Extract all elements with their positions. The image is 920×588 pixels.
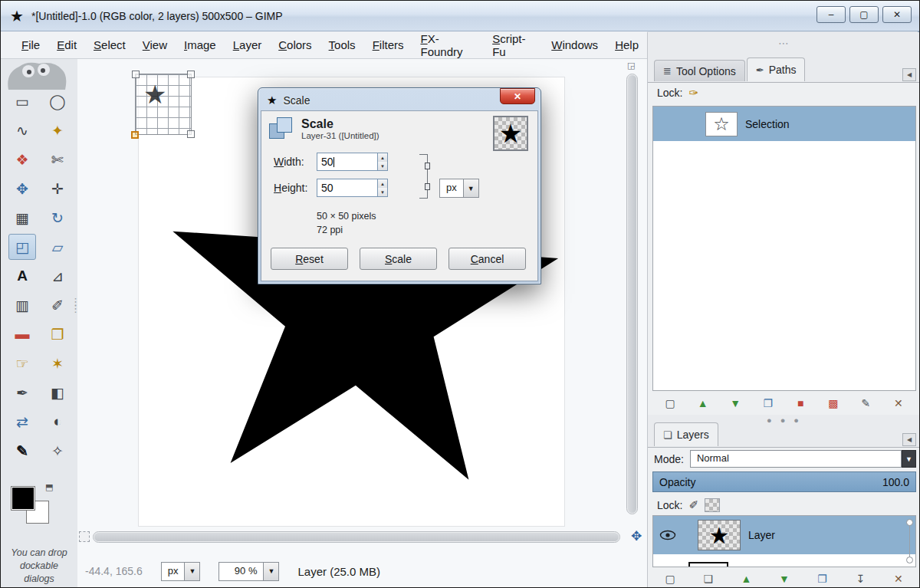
zoom-follow-window-icon[interactable]: ◲ bbox=[627, 61, 635, 71]
scale-preview-grid[interactable]: ★ bbox=[135, 74, 192, 135]
tool-smudge[interactable]: ☞ bbox=[8, 350, 36, 376]
scale-handle-bottom-left[interactable] bbox=[131, 131, 139, 139]
raise-layer-button[interactable]: ▲ bbox=[736, 570, 756, 587]
tool-rotate[interactable]: ↻ bbox=[44, 205, 71, 231]
chain-link-icon[interactable] bbox=[419, 154, 428, 199]
horizontal-scrollbar-thumb[interactable] bbox=[94, 533, 619, 541]
tool-move[interactable]: ✥ bbox=[8, 176, 36, 202]
zoom-combo[interactable]: 90 % ▼ bbox=[219, 562, 279, 581]
menu-edit[interactable]: Edit bbox=[48, 33, 85, 57]
duplicate-layer-button[interactable]: ❐ bbox=[813, 570, 833, 587]
maximize-button[interactable]: ▢ bbox=[849, 6, 879, 23]
path-name[interactable]: Selection bbox=[745, 118, 790, 130]
dock-drag-handle-top[interactable]: ⋯ bbox=[648, 37, 920, 49]
menu-colors[interactable]: Colors bbox=[270, 33, 320, 57]
menu-select[interactable]: Select bbox=[85, 33, 134, 57]
path-row-selection[interactable]: ☆ Selection bbox=[653, 107, 915, 141]
scale-handle-top-right[interactable] bbox=[187, 71, 195, 78]
tool-ellipse-select[interactable]: ◯ bbox=[44, 88, 71, 114]
menu-tools[interactable]: Tools bbox=[320, 33, 364, 57]
layer-name[interactable]: Layer bbox=[748, 529, 775, 541]
menu-fx-foundry[interactable]: FX-Foundry bbox=[412, 27, 484, 64]
layer-row[interactable]: ★ Layer bbox=[653, 516, 915, 554]
tool-pencil[interactable]: ✎ bbox=[8, 438, 36, 464]
dialog-unit-dropdown-icon[interactable]: ▼ bbox=[463, 179, 479, 198]
lock-alpha-icon[interactable] bbox=[705, 498, 720, 512]
mode-dropdown-icon[interactable]: ▼ bbox=[902, 450, 916, 468]
tool-ink[interactable]: ✒ bbox=[8, 379, 36, 406]
quick-mask-toggle[interactable] bbox=[79, 531, 90, 542]
layers-list-scrollbar[interactable] bbox=[906, 519, 913, 563]
delete-path-button[interactable]: ✕ bbox=[889, 395, 909, 412]
unit-dropdown-icon[interactable]: ▼ bbox=[184, 562, 200, 581]
opacity-slider[interactable]: Opacity 100.0 bbox=[652, 471, 916, 492]
path-lock-icon[interactable]: ✑ bbox=[688, 86, 698, 100]
tab-paths[interactable]: ✒ Paths bbox=[747, 57, 806, 81]
new-layer-group-button[interactable]: ❏ bbox=[698, 570, 718, 587]
tool-scissors-select[interactable]: ✄ bbox=[44, 146, 71, 172]
minimize-button[interactable]: – bbox=[816, 6, 846, 23]
foreground-color-swatch[interactable] bbox=[12, 487, 34, 510]
scale-handle-top-left[interactable] bbox=[132, 71, 140, 78]
height-spinbox[interactable]: 50 ▲▼ bbox=[317, 179, 388, 197]
tool-gradient[interactable]: ▥ bbox=[8, 292, 36, 318]
tool-free-select[interactable]: ∿ bbox=[8, 117, 36, 143]
stroke-path-button[interactable]: ✎ bbox=[856, 395, 876, 412]
selection-to-path-button[interactable]: ▩ bbox=[823, 395, 843, 412]
tab-layers[interactable]: ❏ Layers bbox=[654, 422, 718, 446]
layer-thumbnail[interactable]: ★ bbox=[698, 520, 741, 550]
height-spinner-arrows[interactable]: ▲▼ bbox=[378, 179, 388, 197]
tool-select-by-color[interactable]: ❖ bbox=[8, 146, 36, 172]
tool-crop[interactable]: ▦ bbox=[8, 205, 36, 231]
dock-collapse-button[interactable]: ◀ bbox=[902, 68, 916, 81]
tool-shear[interactable]: ▱ bbox=[44, 234, 71, 260]
menu-script-fu[interactable]: Script-Fu bbox=[484, 27, 543, 64]
lock-pixels-icon[interactable]: ✐ bbox=[688, 498, 698, 512]
swap-colors-icon[interactable]: ⬒ bbox=[45, 482, 53, 492]
vertical-scrollbar-thumb[interactable] bbox=[628, 75, 636, 513]
path-thumbnail[interactable]: ☆ bbox=[705, 112, 738, 136]
menu-windows[interactable]: Windows bbox=[543, 33, 606, 57]
dialog-unit-combo[interactable]: px ▼ bbox=[439, 179, 479, 198]
visibility-eye-icon[interactable] bbox=[659, 530, 676, 540]
lower-layer-button[interactable]: ▼ bbox=[774, 570, 794, 587]
tool-bucket-fill[interactable]: ◧ bbox=[44, 379, 71, 406]
menu-filters[interactable]: Filters bbox=[364, 33, 412, 57]
width-input[interactable]: 50 bbox=[317, 153, 378, 171]
tool-rectangle-select[interactable]: ▭ bbox=[8, 88, 36, 114]
menu-file[interactable]: File bbox=[13, 33, 48, 57]
tool-perspective[interactable]: ⊿ bbox=[44, 263, 71, 289]
tool-alignment[interactable]: ✛ bbox=[44, 176, 71, 202]
width-spinbox[interactable]: 50 ▲▼ bbox=[317, 153, 388, 171]
tool-scale[interactable]: ◰ bbox=[8, 234, 36, 260]
tool-text[interactable]: A bbox=[8, 263, 36, 289]
scale-handle-bottom-right[interactable] bbox=[187, 130, 195, 138]
mode-combo[interactable]: Normal ▼ bbox=[690, 450, 916, 468]
new-layer-button[interactable]: ▢ bbox=[660, 570, 680, 587]
unit-combo[interactable]: px ▼ bbox=[161, 562, 201, 581]
raise-path-button[interactable]: ▲ bbox=[693, 395, 713, 412]
tool-fuzzy-select[interactable]: ✦ bbox=[44, 117, 71, 143]
menu-help[interactable]: Help bbox=[606, 33, 647, 57]
tool-eraser[interactable]: ▬ bbox=[8, 321, 36, 347]
anchor-layer-button[interactable]: ↧ bbox=[850, 570, 870, 587]
menu-image[interactable]: Image bbox=[176, 33, 225, 57]
duplicate-path-button[interactable]: ❐ bbox=[758, 395, 778, 412]
tool-clone[interactable]: ❐ bbox=[44, 321, 71, 347]
delete-layer-button[interactable]: ✕ bbox=[889, 570, 909, 587]
scale-dialog-titlebar[interactable]: ★ Scale ✕ bbox=[261, 90, 538, 110]
close-button[interactable]: ✕ bbox=[882, 6, 912, 23]
tab-tool-options[interactable]: ≣ Tool Options bbox=[654, 60, 745, 81]
horizontal-scrollbar[interactable] bbox=[93, 531, 620, 543]
menu-view[interactable]: View bbox=[134, 33, 176, 57]
scale-button[interactable]: Scale bbox=[360, 248, 437, 270]
path-to-selection-button[interactable]: ■ bbox=[790, 395, 810, 412]
tool-paintbrush[interactable]: ✐ bbox=[44, 292, 71, 318]
layers-collapse-button[interactable]: ◀ bbox=[902, 433, 916, 446]
cancel-button[interactable]: Cancel bbox=[449, 248, 526, 270]
zoom-dropdown-icon[interactable]: ▼ bbox=[263, 562, 279, 581]
tool-dodge-burn[interactable]: ◐ bbox=[44, 409, 71, 435]
lower-path-button[interactable]: ▼ bbox=[725, 395, 745, 412]
layer-thumbnail-partial[interactable] bbox=[688, 562, 728, 567]
menu-layer[interactable]: Layer bbox=[225, 33, 271, 57]
